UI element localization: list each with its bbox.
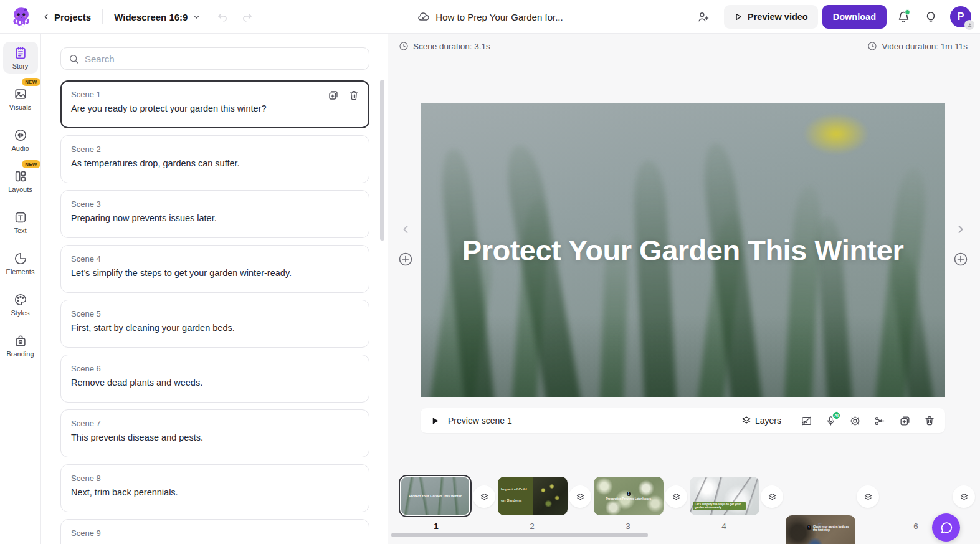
transition-button-5[interactable] <box>857 485 879 508</box>
projects-label: Projects <box>54 12 91 22</box>
clock-icon <box>867 41 877 51</box>
text-icon <box>14 211 27 224</box>
video-duration: Video duration: 1m 11s <box>867 41 968 51</box>
sidebar-item-label: Branding <box>6 350 34 358</box>
sidebar-item-label: Styles <box>11 309 30 317</box>
scene-text: Are you ready to protect your garden thi… <box>71 103 359 113</box>
search-icon <box>69 54 79 64</box>
scene-label: Scene 4 <box>71 254 359 264</box>
scene-duration: Scene duration: 3.1s <box>399 41 490 51</box>
duplicate-scene-icon[interactable] <box>899 415 911 427</box>
layers-button[interactable]: Layers <box>741 416 781 426</box>
preview-video-button[interactable]: Preview video <box>724 5 818 29</box>
chevron-down-icon <box>193 13 201 21</box>
layers-label: Layers <box>755 416 781 426</box>
styles-palette-icon <box>14 293 27 307</box>
user-avatar[interactable]: P <box>950 6 971 27</box>
app-logo-octopus[interactable] <box>9 5 33 29</box>
transition-button-3[interactable] <box>665 485 687 508</box>
thumb-caption: Protect Your Garden This Winter <box>405 494 465 498</box>
help-lightbulb-icon[interactable] <box>919 5 943 29</box>
ai-badge: AI <box>832 411 840 419</box>
sidebar-item-audio[interactable]: Audio <box>3 124 38 156</box>
transition-button-1[interactable] <box>473 485 495 508</box>
media-off-icon[interactable] <box>801 415 812 427</box>
sidebar-item-visuals[interactable]: NEW Visuals <box>3 83 38 115</box>
scene-card-6[interactable]: Scene 6 Remove dead plants and weeds. <box>60 355 369 403</box>
scene-card-5[interactable]: Scene 5 First, start by cleaning your ga… <box>60 300 369 348</box>
avatar-person-badge-icon <box>964 20 974 30</box>
search-box[interactable] <box>60 47 369 70</box>
support-chat-button[interactable] <box>932 513 960 542</box>
scene-card-2[interactable]: Scene 2 As temperatures drop, gardens ca… <box>60 135 369 183</box>
invite-user-icon[interactable] <box>692 5 715 29</box>
scene-label: Scene 2 <box>71 145 359 154</box>
sidebar-item-branding[interactable]: Branding <box>3 330 38 361</box>
thumb-caption: Impact of Cold on Gardens <box>501 487 527 502</box>
avatar-initial: P <box>958 11 964 22</box>
thumb-number: 2 <box>525 522 540 531</box>
layouts-icon <box>14 169 27 183</box>
scene-text: Next, trim back perennials. <box>71 487 359 497</box>
scene-settings-gear-icon[interactable] <box>849 415 861 427</box>
undo-icon[interactable] <box>217 11 229 23</box>
thumb-number: 4 <box>716 522 731 531</box>
scene-card-9[interactable]: Scene 9 <box>60 519 369 544</box>
aspect-ratio-selector[interactable]: Widescreen 16:9 <box>114 12 201 22</box>
redo-icon[interactable] <box>241 11 253 23</box>
transition-button-6[interactable] <box>953 485 975 508</box>
scene-text: This prevents disease and pests. <box>71 432 359 442</box>
scene-card-3[interactable]: Scene 3 Preparing now prevents issues la… <box>60 190 369 238</box>
video-title-text[interactable]: Protect Your Garden This Winter <box>462 233 903 267</box>
scene-text: Remove dead plants and weeds. <box>71 378 359 388</box>
download-label: Download <box>833 12 876 22</box>
project-title[interactable]: How to Prep Your Garden for... <box>435 12 563 22</box>
voiceover-mic-icon[interactable]: AI <box>825 416 836 426</box>
transition-button-2[interactable] <box>569 485 591 508</box>
scene-label: Scene 3 <box>71 199 359 209</box>
sidebar-item-label: Elements <box>6 268 35 275</box>
sidebar-item-text[interactable]: Text <box>3 206 38 238</box>
sidebar-item-layouts[interactable]: NEW Layouts <box>3 165 38 197</box>
scene-duration-label: Scene duration: 3.1s <box>413 42 490 51</box>
preview-video-label: Preview video <box>748 12 808 22</box>
play-scene-icon[interactable] <box>431 416 440 426</box>
next-scene-chevron-icon[interactable] <box>953 222 968 237</box>
filmstrip-scrollbar[interactable] <box>391 533 648 537</box>
scene-card-8[interactable]: Scene 8 Next, trim back perennials. <box>60 464 369 512</box>
add-scene-left-icon[interactable] <box>397 251 414 267</box>
sidebar-item-styles[interactable]: Styles <box>3 289 38 320</box>
back-to-projects[interactable]: Projects <box>42 12 91 22</box>
sidebar-item-label: Layouts <box>8 186 32 193</box>
new-badge: NEW <box>22 78 40 86</box>
notifications-bell-icon[interactable] <box>892 5 915 29</box>
scene-label: Scene 8 <box>71 474 359 483</box>
thumb-number: 1 <box>429 522 444 531</box>
scene-list-scrollbar[interactable] <box>380 80 384 241</box>
sidebar-item-story[interactable]: Story <box>3 42 38 74</box>
aspect-ratio-label: Widescreen 16:9 <box>114 12 188 22</box>
scene-card-4[interactable]: Scene 4 Let’s simplify the steps to get … <box>60 245 369 293</box>
scene-card-1[interactable]: Scene 1 Are you ready to protect your ga… <box>60 80 369 128</box>
prev-scene-chevron-icon[interactable] <box>398 222 413 237</box>
trim-scissors-icon[interactable] <box>874 415 886 427</box>
sidebar-item-elements[interactable]: Elements <box>3 247 38 279</box>
delete-scene-icon[interactable] <box>348 90 359 101</box>
play-outline-icon <box>734 12 743 21</box>
new-badge: NEW <box>22 160 40 168</box>
scene-list: Scene 1 Are you ready to protect your ga… <box>60 80 369 544</box>
download-button[interactable]: Download <box>822 5 887 29</box>
timeline-thumb-3[interactable]: 1 Preparation Prevents Later Issues <box>594 477 664 515</box>
sidebar-item-label: Story <box>12 62 29 70</box>
add-scene-right-icon[interactable] <box>953 251 969 267</box>
timeline-thumb-1[interactable]: Protect Your Garden This Winter <box>399 475 472 517</box>
delete-scene-icon[interactable] <box>924 415 935 426</box>
layers-icon <box>741 416 751 426</box>
duplicate-scene-icon[interactable] <box>328 90 339 101</box>
scene-card-7[interactable]: Scene 7 This prevents disease and pests. <box>60 409 369 457</box>
search-input[interactable] <box>85 54 361 64</box>
transition-button-4[interactable] <box>761 485 783 508</box>
timeline-thumb-4[interactable]: Let's simplify the steps to get your gar… <box>690 477 759 515</box>
video-preview-stage[interactable]: Protect Your Garden This Winter <box>421 103 945 397</box>
timeline-thumb-2[interactable]: Impact of Cold on Gardens <box>498 477 568 515</box>
